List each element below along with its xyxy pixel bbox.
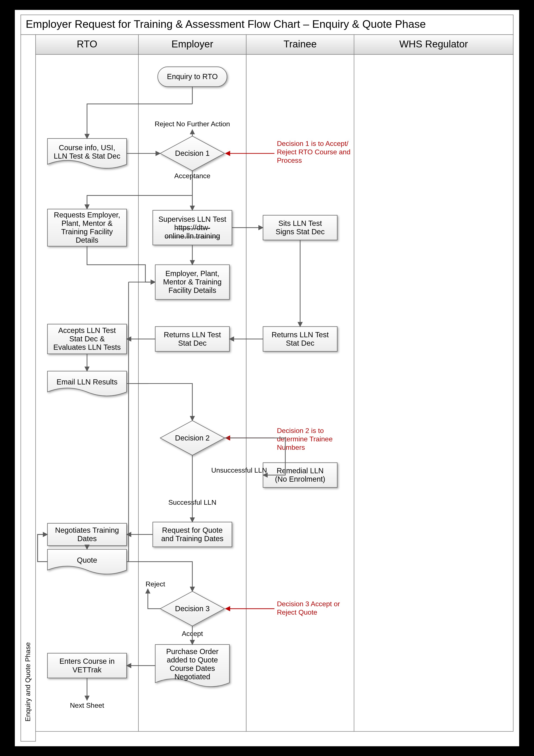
svg-text:Quote: Quote	[77, 556, 97, 564]
flowchart-stage: Employer Request for Training & Assessme…	[0, 0, 534, 756]
svg-text:Decision 2 is to: Decision 2 is to	[277, 427, 324, 434]
svg-text:LLN Test & Stat Dec: LLN Test & Stat Dec	[54, 152, 120, 160]
svg-text:Remedial LLN: Remedial LLN	[277, 467, 324, 475]
svg-text:Decision 3: Decision 3	[175, 605, 210, 613]
svg-text:Course Dates: Course Dates	[170, 664, 215, 672]
svg-text:Request for Quote: Request for Quote	[162, 526, 223, 534]
svg-text:Decision 2: Decision 2	[175, 434, 210, 442]
svg-text:Facility Details: Facility Details	[168, 286, 216, 294]
svg-text:Trainee: Trainee	[284, 39, 317, 50]
svg-text:Enquiry to RTO: Enquiry to RTO	[167, 72, 218, 81]
box-requests-details: Requests Employer,Plant, Mentor &Trainin…	[47, 209, 126, 246]
svg-text:Enters Course in: Enters Course in	[60, 657, 114, 665]
svg-text:Stat Dec &: Stat Dec &	[69, 335, 105, 343]
svg-text:Training Facility: Training Facility	[61, 228, 113, 236]
svg-text:https://dtw-: https://dtw-	[174, 224, 210, 232]
svg-text:Stat Dec: Stat Dec	[286, 339, 314, 347]
svg-text:WHS Regulator: WHS Regulator	[399, 39, 468, 50]
svg-text:Decision 1 is to Accept/: Decision 1 is to Accept/	[277, 140, 348, 148]
svg-rect-4	[21, 35, 36, 741]
svg-text:Signs Stat Dec: Signs Stat Dec	[276, 228, 325, 236]
svg-text:Reject No Further Action: Reject No Further Action	[155, 120, 230, 128]
svg-text:Unsuccessful LLN: Unsuccessful LLN	[211, 466, 267, 474]
svg-text:added to Quote: added to Quote	[167, 656, 218, 664]
svg-text:and Training Dates: and Training Dates	[161, 534, 223, 543]
svg-text:Numbers: Numbers	[277, 444, 305, 451]
svg-text:Employer Request for Training : Employer Request for Training & Assessme…	[26, 18, 426, 30]
svg-text:Employer, Plant,: Employer, Plant,	[165, 269, 219, 278]
box-accepts-lln: Accepts LLN TestStat Dec &Evaluates LLN …	[47, 324, 126, 354]
svg-text:Supervises LLN Test: Supervises LLN Test	[159, 215, 226, 223]
svg-text:Next Sheet: Next Sheet	[70, 701, 104, 709]
box-request-quote: Request for Quoteand Training Dates	[153, 522, 232, 547]
svg-text:Accepts LLN Test: Accepts LLN Test	[58, 326, 116, 335]
svg-text:Negotiates Training: Negotiates Training	[55, 526, 119, 534]
svg-text:Plant, Mentor &: Plant, Mentor &	[62, 219, 113, 228]
svg-rect-17	[354, 55, 513, 731]
svg-text:Course info, USI,: Course info, USI,	[59, 144, 115, 152]
svg-text:online.lln.training: online.lln.training	[165, 232, 220, 240]
svg-text:Sits LLN Test: Sits LLN Test	[278, 219, 322, 228]
svg-text:Details: Details	[76, 236, 98, 244]
svg-text:Decision 3 Accept or: Decision 3 Accept or	[277, 600, 340, 608]
svg-text:Email LLN Results: Email LLN Results	[57, 378, 117, 386]
start-enquiry: Enquiry to RTO	[158, 67, 227, 87]
svg-text:Negotiated: Negotiated	[174, 673, 210, 681]
svg-rect-14	[246, 55, 354, 731]
svg-text:Stat Dec: Stat Dec	[178, 339, 207, 347]
svg-text:Process: Process	[277, 156, 302, 164]
box-plant-details: Employer, Plant,Mentor & TrainingFacilit…	[155, 265, 229, 300]
svg-text:Enquiry and Quote Phase: Enquiry and Quote Phase	[24, 642, 32, 721]
svg-text:Reject Quote: Reject Quote	[277, 608, 318, 616]
svg-text:Requests Employer,: Requests Employer,	[54, 211, 120, 219]
box-enters-vettrak: Enters Course inVETTrak	[47, 653, 126, 678]
svg-text:(No Enrolment): (No Enrolment)	[275, 475, 325, 483]
svg-text:Returns LLN Test: Returns LLN Test	[164, 331, 221, 339]
svg-text:VETTrak: VETTrak	[73, 666, 102, 674]
box-emp-returns-lln: Returns LLN TestStat Dec	[155, 327, 229, 351]
svg-text:Purchase Order: Purchase Order	[166, 647, 218, 656]
box-supervises-lln: Supervises LLN Testhttps://dtw-online.ll…	[153, 210, 232, 245]
svg-text:Mentor & Training: Mentor & Training	[163, 278, 221, 286]
svg-text:Returns LLN Test: Returns LLN Test	[271, 331, 329, 339]
svg-text:Decision 1: Decision 1	[175, 149, 210, 157]
box-negotiates: Negotiates TrainingDates	[47, 523, 126, 546]
box-trainee-returns-lln: Returns LLN TestStat Dec	[263, 327, 337, 351]
svg-text:Dates: Dates	[77, 534, 97, 543]
svg-text:Evaluates LLN Tests: Evaluates LLN Tests	[53, 343, 120, 351]
box-sits-lln: Sits LLN TestSigns Stat Dec	[263, 215, 337, 240]
svg-text:Employer: Employer	[171, 39, 213, 50]
svg-text:Reject: Reject	[145, 580, 165, 588]
svg-text:Reject RTO Course and: Reject RTO Course and	[277, 148, 350, 156]
svg-text:RTO: RTO	[77, 39, 97, 50]
